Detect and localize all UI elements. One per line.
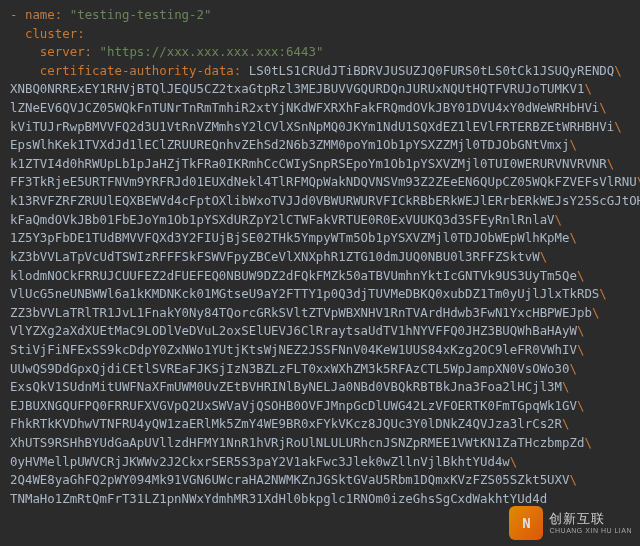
watermark-cn: 创新互联 <box>549 512 632 525</box>
value-name: "testing-testing-2" <box>70 7 212 22</box>
value-server: "https://xxx.xxx.xxx.xxx:6443" <box>100 44 324 59</box>
key-server: server <box>40 44 85 59</box>
key-name: name <box>25 7 55 22</box>
key-certificate-authority-data: certificate-authority-data <box>40 63 234 78</box>
yaml-code-block: - name: "testing-testing-2" cluster: ser… <box>0 0 640 508</box>
watermark-text: 创新互联 CHUANG XIN HU LIAN <box>549 512 632 534</box>
key-cluster: cluster <box>25 26 77 41</box>
watermark-en: CHUANG XIN HU LIAN <box>549 527 632 534</box>
value-certificate-authority-data: LS0tLS1CRUdJTiBDRVJUSUZJQ0FURS0tLS0tCk1J… <box>10 63 640 506</box>
watermark: N 创新互联 CHUANG XIN HU LIAN <box>509 506 632 540</box>
list-dash: - <box>10 7 17 22</box>
watermark-logo-icon: N <box>509 506 543 540</box>
